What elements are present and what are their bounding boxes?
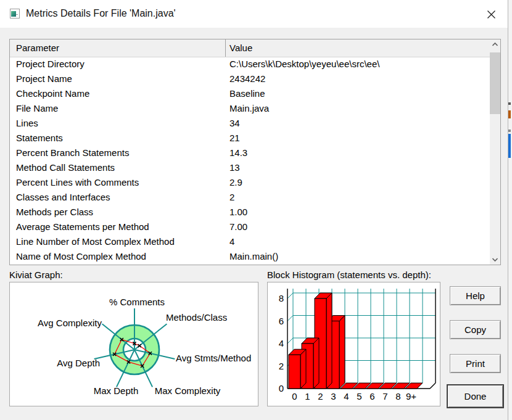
value-cell: 4: [226, 234, 490, 249]
kiviat-axis-label-max-complexity: Max Complexity: [155, 385, 221, 396]
vertical-scrollbar[interactable]: [490, 39, 500, 265]
table-row[interactable]: Methods per Class1.00: [10, 205, 490, 220]
title-bar[interactable]: Metrics Details For File 'Main.java': [0, 0, 508, 28]
background-fragment: [508, 102, 511, 105]
svg-text:0: 0: [279, 383, 284, 393]
column-header-parameter[interactable]: Parameter: [10, 39, 226, 57]
value-cell: Main.main(): [226, 249, 490, 264]
svg-text:1: 1: [305, 391, 310, 401]
block-histogram-chart: 024680123456789+: [267, 282, 440, 406]
table-row[interactable]: Classes and Interfaces2: [10, 190, 490, 205]
table-row[interactable]: Percent Lines with Comments2.9: [10, 175, 490, 190]
svg-text:2: 2: [279, 361, 284, 371]
kiviat-graph-label: Kiviat Graph:: [9, 270, 63, 280]
value-cell: 2.9: [226, 175, 490, 190]
table-row[interactable]: File NameMain.java: [10, 101, 490, 116]
value-cell: 7.00: [226, 220, 490, 234]
background-fragment: [508, 134, 511, 158]
table-row[interactable]: Project DirectoryC:\Users\k\Desktop\yeye…: [10, 57, 490, 72]
copy-button[interactable]: Copy: [450, 320, 501, 339]
background-fragment: [508, 110, 511, 118]
svg-text:4: 4: [344, 391, 349, 401]
svg-text:2: 2: [318, 391, 323, 401]
table-row[interactable]: Method Call Statements13: [10, 160, 490, 175]
svg-text:5: 5: [357, 391, 361, 401]
value-cell: Baseline: [226, 86, 490, 101]
svg-text:8: 8: [395, 391, 400, 401]
value-cell: C:\Users\k\Desktop\yeyeu\ee\src\ee\: [226, 57, 490, 72]
scroll-up-icon[interactable]: [490, 39, 500, 50]
kiviat-axis-label-avg-complexity: Avg Complexity: [38, 318, 102, 328]
parameter-cell: Name of Most Complex Method: [10, 249, 226, 264]
value-cell: 2434242: [226, 72, 490, 86]
close-icon[interactable]: [482, 5, 500, 23]
table-row[interactable]: Average Statements per Method7.00: [10, 220, 490, 234]
value-cell: 14.3: [226, 146, 490, 160]
kiviat-axis-label-avg-depth: Avg Depth: [57, 358, 100, 368]
value-cell: 34: [226, 116, 490, 131]
value-cell: 21: [226, 131, 490, 146]
table-header: Parameter Value: [10, 39, 490, 57]
table-row[interactable]: Name of Most Complex MethodMain.main(): [10, 249, 490, 264]
parameter-cell: Classes and Interfaces: [10, 190, 226, 205]
metrics-table: Parameter Value Project DirectoryC:\User…: [9, 39, 501, 265]
svg-text:3: 3: [331, 391, 336, 401]
block-histogram-label: Block Histogram (statements vs. depth):: [267, 270, 431, 280]
value-cell: 2: [226, 190, 490, 205]
done-button[interactable]: Done: [447, 385, 503, 408]
column-header-value[interactable]: Value: [226, 39, 490, 57]
value-cell: Main.java: [226, 101, 490, 116]
svg-text:0: 0: [292, 391, 297, 401]
table-row[interactable]: Lines34: [10, 116, 490, 131]
parameter-cell: Percent Lines with Comments: [10, 175, 226, 190]
parameter-cell: Methods per Class: [10, 205, 226, 220]
table-row[interactable]: Line Number of Most Complex Method4: [10, 234, 490, 249]
kiviat-axis-label-avg-stmts-method: Avg Stmts/Method: [176, 353, 251, 363]
value-cell: 1.00: [226, 205, 490, 220]
kiviat-axis-label-max-depth: Max Depth: [94, 385, 139, 396]
parameter-cell: Average Statements per Method: [10, 220, 226, 234]
parameter-cell: File Name: [10, 101, 226, 116]
table-row[interactable]: Percent Branch Statements14.3: [10, 146, 490, 160]
window-title: Metrics Details For File 'Main.java': [26, 8, 176, 19]
svg-text:9+: 9+: [406, 391, 416, 401]
scrollbar-thumb[interactable]: [490, 52, 500, 114]
kiviat-axis-label-percent-comments: % Comments: [109, 297, 165, 307]
table-row[interactable]: Project Name2434242: [10, 72, 490, 86]
parameter-cell: Project Name: [10, 72, 226, 86]
scroll-down-icon[interactable]: [490, 254, 500, 265]
parameter-cell: Project Directory: [10, 57, 226, 72]
parameter-cell: Line Number of Most Complex Method: [10, 234, 226, 249]
table-row[interactable]: Checkpoint NameBaseline: [10, 86, 490, 101]
parameter-cell: Percent Branch Statements: [10, 146, 226, 160]
parameter-cell: Lines: [10, 116, 226, 131]
app-icon: [10, 9, 20, 19]
table-body: Project DirectoryC:\Users\k\Desktop\yeye…: [10, 57, 490, 265]
kiviat-axis-label-methods-class: Methods/Class: [166, 312, 227, 323]
svg-text:6: 6: [370, 391, 374, 401]
parameter-cell: Method Call Statements: [10, 160, 226, 175]
kiviat-chart: % Comments Methods/Class Avg Stmts/Metho…: [9, 282, 258, 406]
svg-text:6: 6: [279, 316, 284, 326]
parameter-cell: Statements: [10, 131, 226, 146]
svg-text:4: 4: [279, 338, 284, 348]
background-window-sliver: [508, 0, 512, 420]
parameter-cell: Checkpoint Name: [10, 86, 226, 101]
svg-text:8: 8: [279, 293, 284, 303]
value-cell: 13: [226, 160, 490, 175]
help-button[interactable]: Help: [450, 286, 501, 305]
background-fragment: [508, 130, 511, 132]
table-row[interactable]: Statements21: [10, 131, 490, 146]
metrics-details-dialog: Metrics Details For File 'Main.java' Par…: [0, 0, 508, 420]
print-button[interactable]: Print: [450, 354, 501, 373]
svg-text:7: 7: [382, 391, 387, 401]
